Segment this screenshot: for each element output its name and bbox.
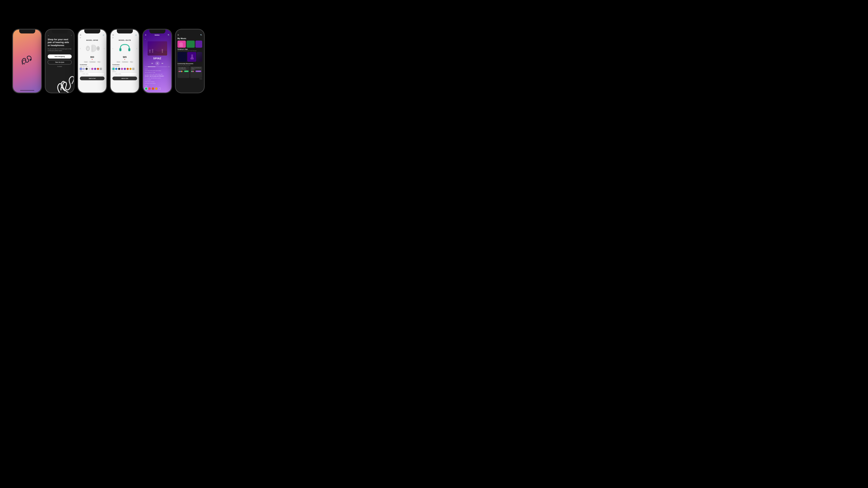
fast-forward-button[interactable]: ⏭ (162, 62, 163, 64)
lyrics-line-6: Or is you ain't (145, 79, 169, 81)
signing-card-3[interactable] (197, 52, 202, 62)
singing-in-sign-section: Singing in Sign Vibe to your favorite so… (178, 49, 202, 62)
community-title: Community Discussion (178, 63, 202, 64)
add-to-cart-button[interactable]: Add to Cart (80, 77, 104, 80)
next-product-button-2[interactable]: › (136, 47, 137, 50)
avatar-row-1 (178, 70, 182, 72)
color-swatch-black-2[interactable] (118, 68, 120, 70)
play-pause-button[interactable]: ⏸ (155, 61, 159, 65)
customize-title-2: Customize (113, 64, 137, 65)
name-it-label: Name it (80, 71, 104, 72)
tag-sound: Sound (84, 61, 88, 63)
color-swatch-white[interactable] (88, 68, 91, 70)
wishlist-icon-2[interactable]: ♥ (113, 58, 137, 60)
back-arrow-icon[interactable]: ↩ (80, 37, 81, 39)
search-icon-3[interactable]: 🔍 (168, 34, 169, 36)
music-cards-row (178, 40, 202, 48)
tag-comfortness: Comfortness (89, 61, 96, 63)
tag-price: Price (97, 61, 101, 63)
p5-color-orange[interactable] (152, 87, 154, 90)
search-icon-4[interactable]: 🔍 (200, 34, 202, 36)
back-area: ‹ (145, 37, 169, 40)
music-card-1[interactable] (178, 40, 186, 48)
signing-section-title: Singing in Sign (178, 49, 202, 50)
headphone-illustration (119, 43, 131, 54)
vid-art-2 (187, 52, 196, 62)
phone-6-screen: ☰ 🔍 My Music (176, 30, 204, 92)
forward-icon: › (71, 34, 72, 36)
hamburger-icon-2[interactable]: ☰ (113, 34, 114, 36)
music-card-2[interactable] (187, 40, 195, 48)
lyrics-line-4-highlight: Breakin' right through your Palisades (145, 75, 169, 77)
next-product-button[interactable]: › (104, 47, 104, 50)
progress-track[interactable] (148, 66, 167, 67)
color-swatch-magenta-2[interactable] (121, 68, 123, 70)
wishlist-icon[interactable]: ♥ (80, 58, 104, 60)
unsubscribe-button[interactable]: Unsubscribe (195, 70, 201, 72)
back-arrow-icon-2[interactable]: ↩ (113, 37, 114, 39)
cart-icon[interactable]: 🛒 (103, 34, 104, 36)
svg-rect-17 (195, 40, 202, 48)
phone-4-product-headphones: ☰ 🛒 ↩ MODEL 45A7B ‹ (110, 29, 140, 93)
color-swatch-orange[interactable] (97, 68, 99, 70)
lyrics-line-3: Is it how I make it drip, make it drip, … (145, 74, 169, 75)
community-card-1-bottom: Continue (178, 70, 189, 72)
take-quiz-button[interactable]: Take the Quiz (48, 60, 72, 64)
tag-sound-2: Sound (116, 61, 121, 63)
community-cards-row: "My struggles with hearing impairment...… (178, 66, 202, 78)
lyrics-line-5: You not gon' ride that fence, is you is (145, 77, 169, 79)
color-swatch-orange-2[interactable] (127, 68, 129, 70)
color-swatch-blue[interactable] (80, 68, 82, 70)
p5-more-icon[interactable] (158, 88, 161, 90)
color-swatch-yellow[interactable] (129, 68, 132, 70)
start-shopping-button[interactable]: Start Shopping (48, 54, 72, 59)
tag-comfortness-2: Comfortness (121, 61, 129, 63)
signing-card-1[interactable] (178, 52, 187, 62)
avatar-3 (181, 70, 183, 72)
more-colors-icon-2[interactable] (132, 68, 134, 70)
community-subtitle: Share your story and connect. (178, 65, 202, 66)
color-swatch-purple[interactable] (94, 68, 96, 70)
music-card-3[interactable] (195, 40, 202, 48)
current-time: 2:10 (145, 66, 147, 67)
go-back-link[interactable]: Go Back (48, 66, 72, 67)
signing-section-subtitle: Vibe to your favorite songs in sign lang… (178, 50, 202, 51)
color-swatch-purple-2[interactable] (124, 68, 126, 70)
continue-button[interactable]: Continue (184, 70, 189, 72)
cart-icon-2[interactable]: 🛒 (135, 34, 137, 36)
back-row-2: ↩ (113, 37, 137, 39)
rewind-button[interactable]: ⏮ (151, 62, 153, 64)
total-time: 3:42 (168, 66, 169, 67)
product-price: $50 (80, 56, 104, 58)
hamburger-icon-4[interactable]: ☰ (178, 34, 179, 36)
name-it-input-2[interactable] (113, 73, 137, 75)
progress-fill (148, 66, 155, 67)
product-tags: Sound Comfortness Price (80, 61, 104, 63)
color-swatch-black[interactable] (86, 68, 88, 70)
p5-color-yellow[interactable] (155, 87, 158, 90)
name-it-input[interactable] (80, 73, 104, 75)
phone-2-subtitle: Or, you can take our 15 minute quiz to h… (48, 48, 72, 52)
p5-color-red[interactable] (148, 87, 151, 90)
color-swatch-blue-2[interactable] (115, 68, 117, 70)
user-label: Sandy (178, 78, 202, 79)
hamburger-icon[interactable]: ☰ (80, 34, 81, 36)
back-chevron-icon[interactable]: ‹ (145, 38, 146, 40)
more-colors-icon[interactable] (100, 68, 102, 70)
color-swatch-lavender[interactable] (83, 68, 85, 70)
vid-art-1 (178, 52, 187, 62)
community-card-2: "what is one food that you could be..." … (190, 66, 202, 78)
prev-product-button[interactable]: ‹ (80, 47, 81, 50)
phone-2-menu: ← › Shop for your next pair of hearing a… (45, 29, 74, 93)
album-inner (148, 41, 167, 56)
p5-color-green[interactable] (145, 87, 148, 90)
prev-product-button-2[interactable]: ‹ (113, 47, 113, 50)
p5-color-label: Color (145, 85, 169, 86)
add-to-cart-button-2[interactable]: Add to Cart (113, 77, 137, 80)
product-image-area: ‹ › (80, 42, 104, 55)
phone-4-nav: ☰ 🛒 (113, 34, 137, 36)
color-swatch-magenta[interactable] (91, 68, 93, 70)
hamburger-icon-3[interactable]: ☰ (145, 34, 146, 36)
color-swatch-teal[interactable] (113, 68, 115, 70)
signing-card-2[interactable] (187, 52, 196, 62)
